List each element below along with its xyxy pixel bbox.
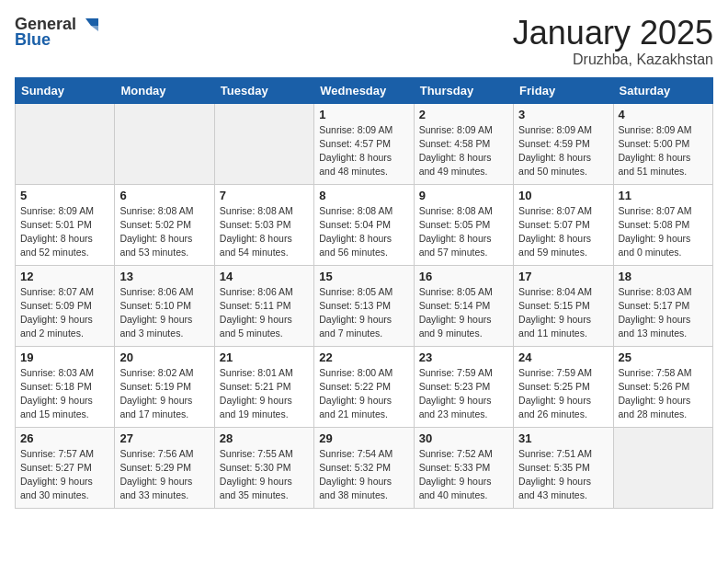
day-number: 17 [518, 270, 608, 283]
header: General Blue January 2025 Druzhba, Kazak… [15, 15, 713, 68]
calendar-cell: 19Sunrise: 8:03 AM Sunset: 5:18 PM Dayli… [16, 346, 115, 427]
calendar-cell: 1Sunrise: 8:09 AM Sunset: 4:57 PM Daylig… [314, 103, 414, 184]
day-info: Sunrise: 8:07 AM Sunset: 5:07 PM Dayligh… [518, 204, 608, 260]
day-number: 24 [518, 350, 608, 364]
calendar-cell: 23Sunrise: 7:59 AM Sunset: 5:23 PM Dayli… [414, 346, 513, 427]
day-info: Sunrise: 8:06 AM Sunset: 5:10 PM Dayligh… [119, 285, 209, 341]
day-info: Sunrise: 8:03 AM Sunset: 5:17 PM Dayligh… [619, 285, 708, 341]
day-info: Sunrise: 7:58 AM Sunset: 5:26 PM Dayligh… [619, 366, 708, 422]
day-info: Sunrise: 8:05 AM Sunset: 5:14 PM Dayligh… [419, 285, 508, 341]
weekday-thursday: Thursday [414, 77, 513, 103]
day-number: 31 [518, 431, 608, 445]
day-number: 2 [419, 108, 508, 121]
day-number: 9 [419, 189, 508, 202]
day-number: 22 [319, 350, 408, 364]
day-info: Sunrise: 8:09 AM Sunset: 4:59 PM Dayligh… [518, 123, 608, 179]
day-info: Sunrise: 7:59 AM Sunset: 5:23 PM Dayligh… [419, 366, 508, 422]
day-info: Sunrise: 8:08 AM Sunset: 5:04 PM Dayligh… [319, 204, 408, 260]
day-info: Sunrise: 7:56 AM Sunset: 5:29 PM Dayligh… [119, 447, 209, 503]
calendar-subtitle: Druzhba, Kazakhstan [513, 52, 713, 68]
logo: General Blue [15, 15, 98, 50]
calendar-cell: 10Sunrise: 8:07 AM Sunset: 5:07 PM Dayli… [514, 184, 613, 265]
day-number: 15 [319, 270, 408, 283]
logo-icon [78, 17, 98, 33]
calendar-cell: 7Sunrise: 8:08 AM Sunset: 5:03 PM Daylig… [214, 184, 313, 265]
day-info: Sunrise: 8:04 AM Sunset: 5:15 PM Dayligh… [518, 285, 608, 341]
day-info: Sunrise: 8:01 AM Sunset: 5:21 PM Dayligh… [220, 366, 309, 422]
weekday-friday: Friday [514, 77, 613, 103]
calendar-cell: 29Sunrise: 7:54 AM Sunset: 5:32 PM Dayli… [314, 427, 414, 508]
day-number: 16 [419, 270, 508, 283]
calendar-cell: 20Sunrise: 8:02 AM Sunset: 5:19 PM Dayli… [115, 346, 214, 427]
logo-blue-text: Blue [15, 30, 51, 50]
day-info: Sunrise: 8:09 AM Sunset: 4:58 PM Dayligh… [419, 123, 508, 179]
calendar-cell: 17Sunrise: 8:04 AM Sunset: 5:15 PM Dayli… [514, 265, 613, 346]
calendar-cell: 11Sunrise: 8:07 AM Sunset: 5:08 PM Dayli… [613, 184, 712, 265]
calendar-cell: 9Sunrise: 8:08 AM Sunset: 5:05 PM Daylig… [414, 184, 513, 265]
calendar-cell: 25Sunrise: 7:58 AM Sunset: 5:26 PM Dayli… [613, 346, 712, 427]
day-number: 20 [119, 350, 209, 364]
calendar-cell: 3Sunrise: 8:09 AM Sunset: 4:59 PM Daylig… [514, 103, 613, 184]
weekday-tuesday: Tuesday [214, 77, 313, 103]
calendar-cell: 16Sunrise: 8:05 AM Sunset: 5:14 PM Dayli… [414, 265, 513, 346]
day-number: 26 [20, 431, 109, 445]
day-info: Sunrise: 8:08 AM Sunset: 5:05 PM Dayligh… [419, 204, 508, 260]
calendar-cell: 12Sunrise: 8:07 AM Sunset: 5:09 PM Dayli… [16, 265, 115, 346]
calendar-table: SundayMondayTuesdayWednesdayThursdayFrid… [15, 77, 713, 509]
week-row-5: 26Sunrise: 7:57 AM Sunset: 5:27 PM Dayli… [16, 427, 713, 508]
day-number: 3 [518, 108, 608, 121]
calendar-cell: 22Sunrise: 8:00 AM Sunset: 5:22 PM Dayli… [314, 346, 414, 427]
day-info: Sunrise: 8:00 AM Sunset: 5:22 PM Dayligh… [319, 366, 408, 422]
day-info: Sunrise: 7:52 AM Sunset: 5:33 PM Dayligh… [419, 447, 508, 503]
calendar-cell: 18Sunrise: 8:03 AM Sunset: 5:17 PM Dayli… [613, 265, 712, 346]
day-number: 10 [518, 189, 608, 202]
calendar-cell [115, 103, 214, 184]
day-number: 4 [619, 108, 708, 121]
calendar-cell: 8Sunrise: 8:08 AM Sunset: 5:04 PM Daylig… [314, 184, 414, 265]
calendar-cell: 28Sunrise: 7:55 AM Sunset: 5:30 PM Dayli… [214, 427, 313, 508]
day-number: 29 [319, 431, 408, 445]
day-info: Sunrise: 8:06 AM Sunset: 5:11 PM Dayligh… [220, 285, 309, 341]
day-number: 8 [319, 189, 408, 202]
day-info: Sunrise: 7:55 AM Sunset: 5:30 PM Dayligh… [220, 447, 309, 503]
weekday-sunday: Sunday [16, 77, 115, 103]
calendar-cell: 6Sunrise: 8:08 AM Sunset: 5:02 PM Daylig… [115, 184, 214, 265]
title-section: January 2025 Druzhba, Kazakhstan [513, 15, 713, 68]
day-number: 14 [220, 270, 309, 283]
day-number: 13 [119, 270, 209, 283]
weekday-wednesday: Wednesday [314, 77, 414, 103]
calendar-cell: 5Sunrise: 8:09 AM Sunset: 5:01 PM Daylig… [16, 184, 115, 265]
day-info: Sunrise: 8:09 AM Sunset: 4:57 PM Dayligh… [319, 123, 408, 179]
week-row-1: 1Sunrise: 8:09 AM Sunset: 4:57 PM Daylig… [16, 103, 713, 184]
day-info: Sunrise: 8:07 AM Sunset: 5:08 PM Dayligh… [619, 204, 708, 260]
calendar-cell: 15Sunrise: 8:05 AM Sunset: 5:13 PM Dayli… [314, 265, 414, 346]
calendar-cell [613, 427, 712, 508]
day-number: 5 [20, 189, 109, 202]
svg-marker-1 [91, 26, 98, 31]
day-info: Sunrise: 8:09 AM Sunset: 5:00 PM Dayligh… [619, 123, 708, 179]
day-number: 7 [220, 189, 309, 202]
day-number: 19 [20, 350, 109, 364]
day-info: Sunrise: 7:59 AM Sunset: 5:25 PM Dayligh… [518, 366, 608, 422]
day-number: 23 [419, 350, 508, 364]
day-info: Sunrise: 8:03 AM Sunset: 5:18 PM Dayligh… [20, 366, 109, 422]
day-number: 28 [220, 431, 309, 445]
weekday-monday: Monday [115, 77, 214, 103]
week-row-2: 5Sunrise: 8:09 AM Sunset: 5:01 PM Daylig… [16, 184, 713, 265]
weekday-saturday: Saturday [613, 77, 712, 103]
day-number: 25 [619, 350, 708, 364]
calendar-cell: 21Sunrise: 8:01 AM Sunset: 5:21 PM Dayli… [214, 346, 313, 427]
day-info: Sunrise: 8:05 AM Sunset: 5:13 PM Dayligh… [319, 285, 408, 341]
weekday-header-row: SundayMondayTuesdayWednesdayThursdayFrid… [16, 77, 713, 103]
calendar-cell: 27Sunrise: 7:56 AM Sunset: 5:29 PM Dayli… [115, 427, 214, 508]
svg-marker-0 [85, 18, 98, 26]
calendar-cell [16, 103, 115, 184]
day-info: Sunrise: 8:02 AM Sunset: 5:19 PM Dayligh… [119, 366, 209, 422]
calendar-cell: 4Sunrise: 8:09 AM Sunset: 5:00 PM Daylig… [613, 103, 712, 184]
calendar-cell: 24Sunrise: 7:59 AM Sunset: 5:25 PM Dayli… [514, 346, 613, 427]
day-number: 12 [20, 270, 109, 283]
day-info: Sunrise: 7:54 AM Sunset: 5:32 PM Dayligh… [319, 447, 408, 503]
day-info: Sunrise: 8:08 AM Sunset: 5:03 PM Dayligh… [220, 204, 309, 260]
day-info: Sunrise: 8:09 AM Sunset: 5:01 PM Dayligh… [20, 204, 109, 260]
day-info: Sunrise: 8:07 AM Sunset: 5:09 PM Dayligh… [20, 285, 109, 341]
